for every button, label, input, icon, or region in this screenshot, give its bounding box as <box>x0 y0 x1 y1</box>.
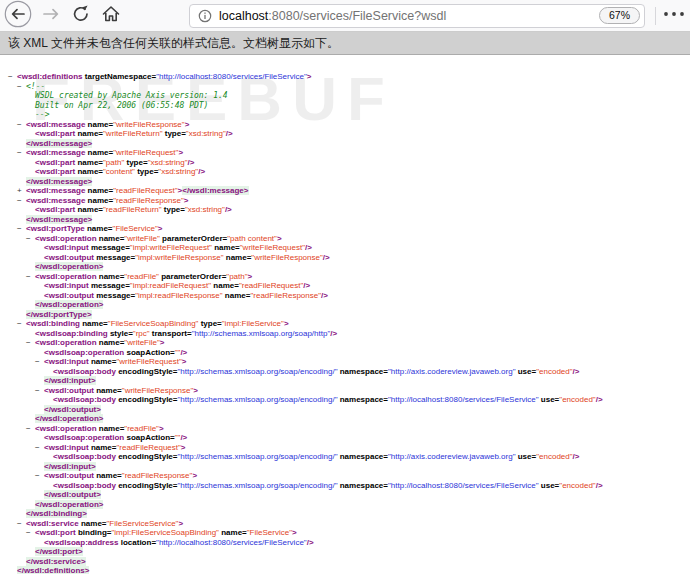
xml-attr-value: "encoded" <box>559 395 595 404</box>
xml-line: </wsdl:output> <box>8 490 690 500</box>
back-button[interactable] <box>3 1 33 31</box>
xml-tag: <wsdl:output <box>44 291 94 300</box>
xml-attr-value: "xsd:string" <box>186 129 226 138</box>
collapse-marker[interactable]: − <box>17 519 26 529</box>
collapse-marker[interactable]: − <box>17 196 26 206</box>
xml-tag: /> <box>226 129 233 138</box>
xml-tag: <wsdl:input <box>44 281 89 290</box>
xml-attr-value: "readFileResponse" <box>250 291 321 300</box>
collapse-marker[interactable]: − <box>17 148 26 158</box>
xml-tag: /> <box>323 253 330 262</box>
collapse-marker[interactable]: − <box>17 120 26 130</box>
xml-attr-value: "xsd:string" <box>185 205 225 214</box>
xml-tag: <wsdl:message <box>26 186 85 195</box>
xml-tag: /> <box>307 538 314 547</box>
xml-attr-value: "writeFileResponse" <box>113 120 184 129</box>
xml-tag: > <box>193 386 198 395</box>
xml-attr-name: name= <box>79 519 107 528</box>
xml-attr-name: type= <box>135 167 158 176</box>
xml-tag: /> <box>596 481 603 490</box>
xml-tag: /> <box>305 243 312 252</box>
url-text[interactable]: localhost:8080/services/FileService?wsdl <box>219 9 599 23</box>
collapse-marker[interactable]: − <box>17 319 26 329</box>
xml-attr-url: "http://localhost:8080/services/FileServ… <box>156 72 307 81</box>
collapse-marker[interactable]: − <box>17 224 26 234</box>
xml-line: −<wsdl:operation name="writeFile"> <box>8 338 690 348</box>
collapse-marker[interactable]: − <box>35 386 44 396</box>
xml-tag: /> <box>198 167 205 176</box>
collapse-marker[interactable]: − <box>26 338 35 348</box>
xml-attr-name: message= <box>94 291 135 300</box>
xml-tag: > <box>178 148 183 157</box>
xml-attr-name: encodingStyle= <box>116 452 178 461</box>
xml-line: Built on Apr 22, 2006 (06:55:48 PDT) <box>8 101 690 111</box>
collapse-marker[interactable]: − <box>35 471 44 481</box>
xml-tag: > <box>284 319 289 328</box>
collapse-marker[interactable]: − <box>17 82 26 92</box>
xml-notice-text: 该 XML 文件并未包含任何关联的样式信息。文档树显示如下。 <box>8 35 339 52</box>
xml-attr-url: "http://schemas.xmlsoap.org/soap/encodin… <box>177 481 337 490</box>
xml-attr-name: message= <box>89 243 130 252</box>
url-path: :8080/services/FileService?wsdl <box>268 9 446 23</box>
collapse-marker[interactable]: − <box>35 443 44 453</box>
xml-attr-name: name= <box>80 319 108 328</box>
xml-closing-tag: </wsdl:operation> <box>35 262 103 271</box>
xml-closing-tag: </wsdl:operation> <box>35 500 103 509</box>
xml-comment: WSDL created by Apache Axis version: 1.4 <box>35 91 228 100</box>
reload-button[interactable] <box>71 6 91 26</box>
xml-line: −<wsdl:definitions targetNamespace="http… <box>8 72 690 82</box>
xml-attr-name: name= <box>85 186 113 195</box>
xml-attr-value: "writeFile" <box>124 234 159 243</box>
xml-tag: > <box>159 424 164 433</box>
xml-attr-name: namespace= <box>337 367 387 376</box>
xml-tag: <wsdl:input <box>44 243 89 252</box>
xml-line: −<wsdl:operation name="writeFile" parame… <box>8 234 690 244</box>
xml-attr-url: "http://schemas.xmlsoap.org/soap/encodin… <box>177 367 337 376</box>
xml-closing-tag: </wsdl:portType> <box>26 310 92 319</box>
xml-line: <wsdlsoap:body encodingStyle="http://sch… <box>8 395 690 405</box>
xml-line: </wsdl:message> <box>8 177 690 187</box>
forward-button[interactable] <box>41 6 61 26</box>
xml-closing-tag: </wsdl:definitions> <box>17 566 89 574</box>
xml-closing-tag: </wsdl:input> <box>44 462 96 471</box>
xml-tag: <wsdl:input <box>44 443 89 452</box>
xml-attr-value: "path" <box>226 272 247 281</box>
xml-attr-name: use= <box>516 452 537 461</box>
xml-tag: <wsdl:part <box>35 129 75 138</box>
xml-tag: > <box>292 528 297 537</box>
xml-attr-value: "impl:FileServiceSoapBinding" <box>111 528 219 537</box>
xml-tree: −<wsdl:definitions targetNamespace="http… <box>0 55 690 574</box>
info-icon[interactable] <box>198 9 212 23</box>
xml-attr-name: name= <box>89 443 117 452</box>
xml-tag: <wsdl:portType <box>26 224 85 233</box>
zoom-level-badge[interactable]: 67% <box>599 7 640 25</box>
xml-tag: > <box>160 338 165 347</box>
xml-attr-name: parameterOrder= <box>160 234 227 243</box>
home-button[interactable] <box>101 6 121 26</box>
xml-closing-tag: </wsdl:operation> <box>35 300 103 309</box>
xml-line: </wsdl:operation> <box>8 414 690 424</box>
xml-attr-name: type= <box>124 158 147 167</box>
xml-line: <wsdlsoap:body encodingStyle="http://sch… <box>8 452 690 462</box>
collapse-marker[interactable]: − <box>35 357 44 367</box>
collapse-marker[interactable]: − <box>26 528 35 538</box>
xml-line: −<wsdl:operation name="readFile"> <box>8 424 690 434</box>
url-bar[interactable]: localhost:8080/services/FileService?wsdl… <box>189 4 645 28</box>
xml-tag: <wsdl:message <box>26 148 85 157</box>
xml-tag: <wsdlsoap:operation <box>44 433 124 442</box>
xml-line: </wsdl:input> <box>8 376 690 386</box>
xml-line: <wsdl:output message="impl:writeFileResp… <box>8 253 690 263</box>
xml-line: <wsdl:input message="impl:readFileReques… <box>8 281 690 291</box>
xml-attr-value: "impl:readFileResponse" <box>135 291 223 300</box>
xml-attr-name: name= <box>85 224 113 233</box>
home-icon <box>101 4 121 28</box>
collapse-marker[interactable]: − <box>26 272 35 282</box>
collapse-marker[interactable]: − <box>26 424 35 434</box>
collapse-marker[interactable]: + <box>17 186 26 196</box>
xml-attr-value: "rpc" <box>133 329 150 338</box>
xml-line: <wsdl:part name="writeFileReturn" type="… <box>8 129 690 139</box>
collapse-marker[interactable]: − <box>26 234 35 244</box>
xml-tag: <wsdl:operation <box>35 338 97 347</box>
overflow-menu-button[interactable] <box>660 6 690 26</box>
collapse-marker[interactable]: − <box>8 72 17 82</box>
